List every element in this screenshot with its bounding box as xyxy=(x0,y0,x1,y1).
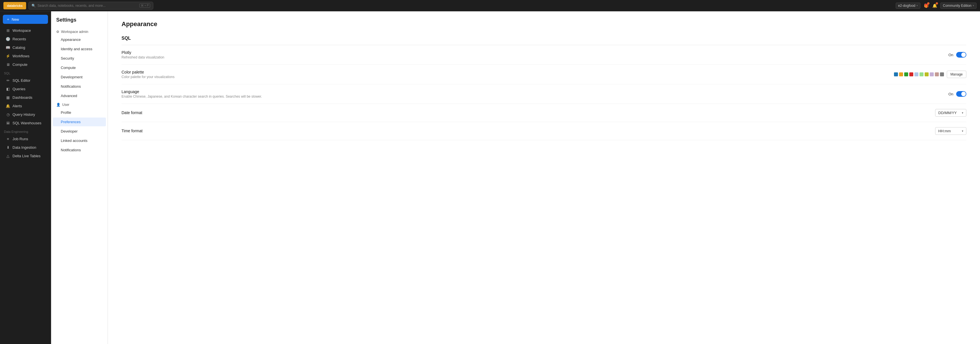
sidebar-item-delta-live-tables[interactable]: △ Delta Live Tables xyxy=(2,152,49,160)
language-label: Language xyxy=(121,89,948,94)
time-format-select[interactable]: HH:mm ▾ xyxy=(935,127,966,135)
sql-section-label: SQL xyxy=(0,69,51,76)
settings-nav-label: Advanced xyxy=(61,94,77,98)
notification-icon[interactable]: 🔔 xyxy=(932,3,937,8)
sidebar-item-workflows[interactable]: ⚡ Workflows xyxy=(2,52,49,60)
chevron-down-icon-2: ▾ xyxy=(973,4,974,7)
sidebar-item-job-runs[interactable]: ≡ Job Runs xyxy=(2,135,49,143)
settings-nav-label: Security xyxy=(61,56,74,61)
swatch-2 xyxy=(899,72,903,76)
sidebar-item-label: Compute xyxy=(13,62,27,67)
settings-nav-security[interactable]: Security xyxy=(53,54,106,63)
sidebar-item-label: Query History xyxy=(13,112,35,117)
topbar-right: e2-dogfood ▾ 🎁 🔔 Community Edition ▾ xyxy=(896,3,977,9)
color-palette-label: Color palette xyxy=(121,70,894,74)
sidebar-item-recents[interactable]: 🕐 Recents xyxy=(2,35,49,43)
new-button[interactable]: ＋ New xyxy=(3,15,48,24)
settings-nav-notifications[interactable]: Notifications xyxy=(53,82,106,91)
settings-nav-label: Developer xyxy=(61,129,78,134)
sidebar-item-dashboards[interactable]: ▦ Dashboards xyxy=(2,93,49,101)
queries-icon: ◧ xyxy=(6,86,10,91)
sidebar-item-label: Dashboards xyxy=(13,96,32,100)
settings-nav-label: Preferences xyxy=(61,120,81,124)
sidebar-item-compute[interactable]: 🖥 Compute xyxy=(2,61,49,68)
content-area: Appearance SQL Plotly Refreshed data vis… xyxy=(108,11,980,344)
settings-nav-label: Appearance xyxy=(61,37,81,42)
workspace-select[interactable]: Community Edition ▾ xyxy=(940,3,977,9)
settings-nav-compute[interactable]: Compute xyxy=(53,63,106,72)
settings-nav-preferences[interactable]: Preferences xyxy=(53,118,106,126)
sidebar-item-sql-editor[interactable]: ✏ SQL Editor xyxy=(2,76,49,84)
settings-nav-label: Compute xyxy=(61,65,76,70)
settings-nav-identity-access[interactable]: Identity and access xyxy=(53,45,106,53)
sidebar-item-label: Alerts xyxy=(13,104,22,108)
sidebar-item-label: Queries xyxy=(13,87,25,91)
sidebar-item-label: SQL Warehouses xyxy=(13,121,41,125)
settings-nav-development[interactable]: Development xyxy=(53,73,106,81)
sidebar-item-label: Catalog xyxy=(13,45,25,50)
manage-palette-button[interactable]: Manage xyxy=(947,71,966,78)
workspace-admin-label: Workspace admin xyxy=(61,30,88,34)
sidebar-item-label: Data Ingestion xyxy=(13,145,37,150)
plus-icon: ＋ xyxy=(6,17,10,22)
recents-icon: 🕐 xyxy=(6,37,10,41)
settings-nav-label: Linked accounts xyxy=(61,139,88,143)
language-desc: Enable Chinese, Japanese, and Korean cha… xyxy=(121,94,948,99)
data-engineering-section-label: Data Engineering xyxy=(0,127,51,135)
sidebar-item-label: SQL Editor xyxy=(13,78,30,83)
workspace-name: e2-dogfood xyxy=(898,4,916,8)
user-section-label: User xyxy=(62,103,69,107)
settings-nav-appearance[interactable]: Appearance xyxy=(53,35,106,44)
sidebar-item-queries[interactable]: ◧ Queries xyxy=(2,85,49,93)
date-format-select[interactable]: DD/MM/YY ▾ xyxy=(935,109,966,117)
settings-nav-linked-accounts[interactable]: Linked accounts xyxy=(53,136,106,145)
search-bar[interactable]: 🔍 ⌘ + P xyxy=(29,2,153,10)
date-format-row: Date format DD/MM/YY ▾ xyxy=(121,104,966,122)
time-format-right: HH:mm ▾ xyxy=(935,127,966,135)
sidebar-item-label: Recents xyxy=(13,37,26,41)
user-icon: 👤 xyxy=(56,103,60,107)
workspace-icon: ⊞ xyxy=(6,28,10,33)
sidebar-item-alerts[interactable]: 🔔 Alerts xyxy=(2,102,49,110)
sidebar-item-sql-warehouses[interactable]: 🏛 SQL Warehouses xyxy=(2,119,49,127)
settings-nav-user-notifications[interactable]: Notifications xyxy=(53,146,106,154)
settings-nav-label: Profile xyxy=(61,110,71,115)
search-shortcut: ⌘ + P xyxy=(139,3,150,8)
language-row: Language Enable Chinese, Japanese, and K… xyxy=(121,84,966,104)
plotly-left: Plotly Refreshed data visualization xyxy=(121,50,948,59)
plotly-right: On xyxy=(948,52,966,57)
delta-live-tables-icon: △ xyxy=(6,154,10,158)
notification-badge xyxy=(936,2,938,5)
logo: databricks xyxy=(3,2,26,10)
language-toggle[interactable] xyxy=(956,91,966,97)
swatch-7 xyxy=(924,72,929,76)
sidebar-item-catalog[interactable]: 📖 Catalog xyxy=(2,43,49,51)
color-palette-right: Manage xyxy=(894,71,966,78)
settings-nav-developer[interactable]: Developer xyxy=(53,127,106,136)
user-workspace-select[interactable]: e2-dogfood ▾ xyxy=(896,3,921,9)
sidebar-item-label: Workflows xyxy=(13,54,30,58)
sidebar-item-workspace[interactable]: ⊞ Workspace xyxy=(2,26,49,34)
workflows-icon: ⚡ xyxy=(6,54,10,58)
sidebar-item-query-history[interactable]: ◷ Query History xyxy=(2,110,49,118)
settings-nav-profile[interactable]: Profile xyxy=(53,108,106,117)
query-history-icon: ◷ xyxy=(6,112,10,117)
sidebar-item-data-ingestion[interactable]: ⬇ Data Ingestion xyxy=(2,143,49,151)
workspace-admin-section: ⚙ Workspace admin xyxy=(51,27,108,35)
sql-section-title: SQL xyxy=(121,36,966,45)
plotly-toggle[interactable] xyxy=(956,52,966,57)
new-button-label: New xyxy=(12,17,19,22)
logo-text: databricks xyxy=(7,4,22,7)
search-icon: 🔍 xyxy=(32,4,36,8)
compute-icon: 🖥 xyxy=(6,62,10,67)
swatch-3 xyxy=(904,72,908,76)
left-sidebar: ＋ New ⊞ Workspace 🕐 Recents 📖 Catalog ⚡ … xyxy=(0,11,51,344)
settings-panel: Settings ⚙ Workspace admin Appearance Id… xyxy=(51,11,108,344)
gift-icon[interactable]: 🎁 xyxy=(923,3,929,8)
swatch-6 xyxy=(920,72,923,76)
settings-nav-advanced[interactable]: Advanced xyxy=(53,91,106,100)
chevron-down-icon-date: ▾ xyxy=(962,111,963,115)
swatch-8 xyxy=(930,72,934,76)
search-input[interactable] xyxy=(38,4,138,8)
language-left: Language Enable Chinese, Japanese, and K… xyxy=(121,89,948,99)
